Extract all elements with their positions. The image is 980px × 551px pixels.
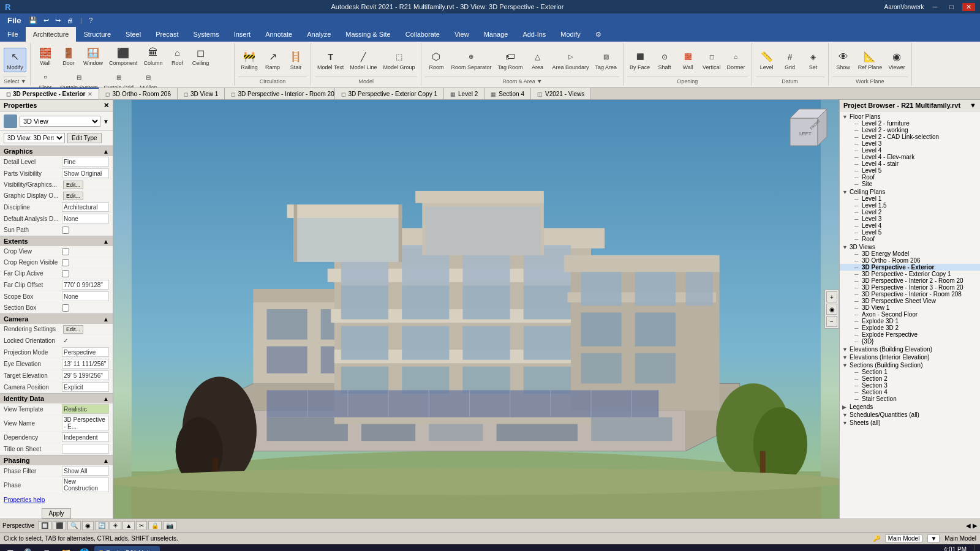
revit-taskbar-app[interactable]: R Revit - R21 Mult...	[94, 546, 160, 551]
ribbon-btn-ramp[interactable]: ↗Ramp	[262, 48, 284, 72]
crop-region-checkbox[interactable]	[62, 259, 69, 266]
workset-dropdown[interactable]: ▼	[927, 534, 940, 542]
qat-print-btn[interactable]: 🖨	[65, 17, 75, 24]
view-ctrl-crop[interactable]: ✂	[136, 521, 147, 530]
tree-level4[interactable]: ─ Level 4	[840, 147, 980, 154]
ribbon-btn-ref-plane[interactable]: ◈Set	[802, 48, 824, 72]
scope-box-value[interactable]: None	[62, 291, 109, 301]
tree-3d-perspective-exterior[interactable]: ─ 3D Perspective - Exterior	[840, 264, 980, 271]
ribbon-btn-column[interactable]: 🏛Column	[141, 44, 165, 67]
navigation-bar[interactable]: + ◉ −	[824, 290, 839, 329]
vis-graphics-edit-btn[interactable]: Edit...	[63, 181, 83, 189]
default-analysis-value[interactable]: None	[62, 214, 109, 223]
rendering-settings-btn[interactable]: Edit...	[63, 325, 83, 334]
nav-zoom-fit-btn[interactable]: ◉	[826, 304, 837, 315]
section-box-checkbox[interactable]	[62, 304, 69, 312]
view-template-value[interactable]: Realistic	[62, 404, 109, 414]
phase-filter-value[interactable]: Show All	[62, 466, 109, 476]
help-btn[interactable]: ?	[87, 17, 94, 24]
ribbon-btn-grid[interactable]: #Grid	[779, 48, 801, 72]
extents-section-header[interactable]: Extents ▲	[0, 236, 113, 246]
edit-type-button[interactable]: Edit Type	[67, 133, 102, 143]
tab-section4[interactable]: ▦ Section 4	[484, 88, 531, 99]
tree-level3[interactable]: ─ Level 3	[840, 140, 980, 147]
ribbon-btn-window[interactable]: 🪟Window	[81, 44, 105, 67]
view-ctrl-locked[interactable]: 🔒	[148, 521, 162, 530]
camera-section-header[interactable]: Camera ▲	[0, 313, 113, 324]
ribbon-btn-show[interactable]: 👁Show	[832, 48, 854, 72]
view-ctrl-shadows[interactable]: ▲	[123, 521, 135, 530]
ribbon-btn-railing[interactable]: 🚧Railing	[238, 48, 260, 72]
ribbon-btn-tag-area[interactable]: ▧Tag Area	[593, 48, 620, 72]
ribbon-btn-model-text[interactable]: TModel Text	[315, 48, 346, 72]
view-ctrl-sunpath[interactable]: ☀	[110, 521, 121, 530]
tree-level2-cad[interactable]: ─ Level 2 - CAD Link-selection	[840, 133, 980, 140]
tree-legends-row[interactable]: ▶ Legends	[840, 403, 980, 410]
dependency-value[interactable]: Independent	[62, 432, 109, 442]
nav-zoom-out-btn[interactable]: −	[826, 316, 837, 327]
properties-help-link[interactable]: Properties help	[4, 497, 45, 503]
phasing-section-header[interactable]: Phasing ▲	[0, 455, 113, 465]
tab-file[interactable]: File	[0, 27, 26, 42]
active-workset[interactable]: Main Model	[885, 534, 923, 542]
ribbon-btn-room[interactable]: ⬡Room	[425, 48, 447, 72]
view-arrow-icon[interactable]: ▼	[103, 118, 109, 125]
ribbon-btn-area[interactable]: △Area	[527, 48, 549, 72]
ribbon-btn-level[interactable]: 📏Level	[756, 48, 778, 72]
tab-3d-perspective-exterior[interactable]: ◻ 3D Perspective - Exterior ✕	[0, 88, 99, 99]
graphic-display-edit-btn[interactable]: Edit...	[63, 192, 83, 200]
view-ctrl-camera[interactable]: 📷	[163, 521, 176, 530]
tree-ceiling-plans-row[interactable]: ▼ Ceiling Plans	[840, 189, 980, 195]
close-btn[interactable]: ✕	[962, 3, 975, 11]
tab-steel[interactable]: Steel	[118, 27, 148, 42]
projection-mode-value[interactable]: Perspective	[62, 347, 109, 357]
tab-view[interactable]: View	[447, 27, 477, 42]
ribbon-btn-ceiling[interactable]: ◻Ceiling	[190, 44, 212, 67]
nav-zoom-in-btn[interactable]: +	[826, 291, 837, 302]
tree-elev-interior-row[interactable]: ▼ Elevations (Interior Elevation)	[840, 354, 980, 361]
far-clip-offset-value[interactable]: 770' 0 99/128"	[62, 280, 109, 290]
tab-annotate[interactable]: Annotate	[258, 27, 300, 42]
sun-path-checkbox[interactable]	[62, 227, 69, 234]
tree-3d-views-row[interactable]: ▼ 3D Views	[840, 244, 980, 250]
app-menu-btn[interactable]: File	[4, 15, 24, 26]
target-elevation-value[interactable]: 29' 5 199/256"	[62, 370, 109, 380]
tree-level4-stair[interactable]: ─ Level 4 - stair	[840, 160, 980, 167]
ribbon-btn-model-line[interactable]: ╱Model Line	[347, 48, 379, 72]
tab-3d-ortho[interactable]: ◻ 3D Ortho - Room 206	[99, 88, 178, 99]
parts-vis-value[interactable]: Show Original	[62, 168, 109, 178]
tab-collaborate[interactable]: Collaborate	[398, 27, 447, 42]
viewport-container[interactable]: LEFT FRONT + ◉ −	[113, 100, 839, 519]
tree-level2-furniture[interactable]: ─ Level 2 - furniture	[840, 120, 980, 127]
view-ctrl-shaded[interactable]: 🔍	[67, 521, 81, 530]
task-view-button[interactable]: ⧉	[39, 545, 55, 551]
ribbon-btn-by-face[interactable]: ⬛By Face	[627, 48, 652, 72]
ribbon-btn-component[interactable]: ⬛Component	[107, 44, 140, 67]
tab-level2[interactable]: ▦ Level 2	[444, 88, 484, 99]
phase-value[interactable]: New Construction	[62, 478, 109, 492]
ribbon-btn-viewer[interactable]: ◉Viewer	[886, 48, 908, 72]
tab-structure[interactable]: Structure	[76, 27, 118, 42]
ribbon-btn-model-group[interactable]: ⬚Model Group	[380, 48, 417, 72]
tab-options[interactable]: ⚙	[588, 27, 609, 42]
tree-level2-working[interactable]: ─ Level 2 - working	[840, 127, 980, 133]
start-button[interactable]: ⊞	[2, 545, 18, 551]
camera-position-value[interactable]: Explicit	[62, 382, 109, 392]
ribbon-btn-ref-plane-wp[interactable]: 📐Ref Plane	[856, 48, 885, 72]
tab-manage[interactable]: Manage	[477, 27, 516, 42]
show-desktop-btn[interactable]	[974, 545, 978, 551]
3d-viewport[interactable]: LEFT FRONT + ◉ −	[113, 100, 839, 519]
ribbon-btn-modify[interactable]: ↖ Modify	[4, 48, 26, 72]
title-on-sheet-value[interactable]	[62, 444, 109, 454]
file-explorer-btn[interactable]: 📁	[58, 545, 74, 551]
far-clip-active-checkbox[interactable]	[62, 270, 69, 277]
ribbon-btn-door[interactable]: 🚪Door	[58, 44, 80, 67]
qat-redo-btn[interactable]: ↪	[53, 17, 62, 24]
tree-level4-elevmark[interactable]: ─ Level 4 - Elev-mark	[840, 154, 980, 160]
minimize-btn[interactable]: ─	[929, 3, 941, 10]
eye-elevation-value[interactable]: 13' 11 111/256"	[62, 359, 109, 369]
tree-schedules-row[interactable]: ▼ Schedules/Quantities (all)	[840, 411, 980, 418]
view-ctrl-wireframe[interactable]: 🔲	[38, 521, 51, 530]
tab-v2021-views[interactable]: ◫ V2021 - Views	[531, 88, 591, 99]
tab-3d-interior-208[interactable]: ◻ 3D Perspective - Interior - Room 208	[225, 88, 335, 99]
